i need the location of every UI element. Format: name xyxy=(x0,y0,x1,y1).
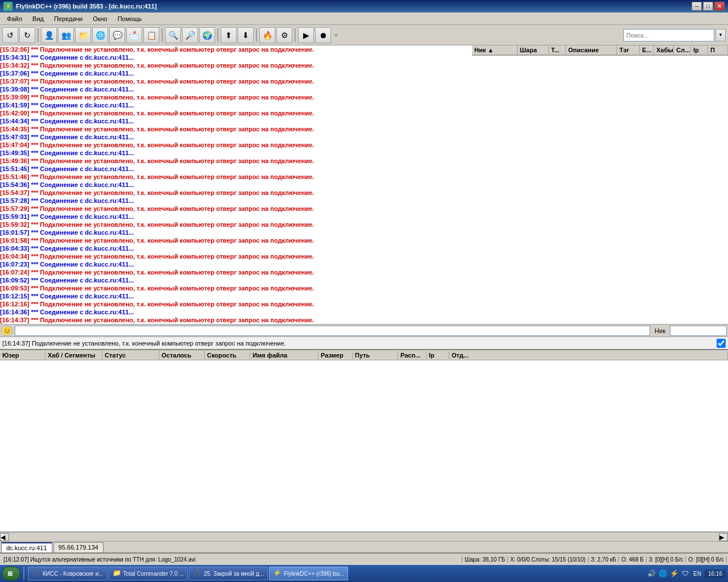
minimize-button[interactable]: ─ xyxy=(692,2,702,11)
toolbar-btn-7[interactable]: 💬 xyxy=(109,27,125,43)
maximize-button[interactable]: □ xyxy=(703,2,713,11)
nik-label: Ник xyxy=(652,327,668,334)
message-input[interactable] xyxy=(15,326,650,336)
tray-icon-1[interactable]: 🔊 xyxy=(647,569,656,578)
tray-icon-3[interactable]: ⚡ xyxy=(669,569,679,578)
transfer-col-size[interactable]: Размер xyxy=(318,351,353,359)
toolbar-btn-8[interactable]: 📩 xyxy=(126,27,142,43)
toolbar-btn-15[interactable]: 🔥 xyxy=(259,27,275,43)
toolbar-btn-6[interactable]: 🌐 xyxy=(92,27,108,43)
nick-input[interactable] xyxy=(670,326,727,336)
log-scroll-area[interactable]: [15:20:57] *** Соединение с dc.kucc.ru:4… xyxy=(0,45,472,324)
h-scroll-left[interactable]: ◀ xyxy=(0,533,9,541)
tray-icon-2[interactable]: 🌐 xyxy=(658,569,667,578)
taskbar-btn-2[interactable]: 🎵 25. Закрой за мной д... xyxy=(189,567,268,580)
taskbar-icon-2: 🎵 xyxy=(193,569,202,578)
menu-bar: Файл Вид Передачи Окно Помощь xyxy=(0,13,728,25)
col-header-nick[interactable]: Ник ▲ xyxy=(472,45,518,55)
toolbar-btn-11[interactable]: 🔎 xyxy=(182,27,198,43)
log-line: [15:51:45] *** Соединение с dc.kucc.ru:4… xyxy=(0,165,472,173)
toolbar-btn-16[interactable]: ⚙ xyxy=(276,27,292,43)
toolbar-sep-3 xyxy=(217,28,218,42)
transfer-col-status[interactable]: Статус xyxy=(102,351,159,359)
log-line: [16:04:33] *** Соединение с dc.kucc.ru:4… xyxy=(0,244,472,252)
log-line: [15:59:32] *** Подключение не установлен… xyxy=(0,221,472,228)
menu-file[interactable]: Файл xyxy=(2,14,27,23)
col-header-ip[interactable]: Ip xyxy=(691,45,708,55)
col-header-tag[interactable]: Тэг xyxy=(617,45,640,55)
status-input-bar: 😊 Ник xyxy=(0,324,728,336)
menu-help[interactable]: Помощь xyxy=(113,14,147,23)
transfer-col-rasp[interactable]: Расп... xyxy=(398,351,427,359)
toolbar-btn-9[interactable]: 📋 xyxy=(143,27,159,43)
taskbar-separator xyxy=(23,567,24,580)
log-line: [16:12:15] *** Соединение с dc.kucc.ru:4… xyxy=(0,292,472,300)
transfer-col-user[interactable]: Юзер xyxy=(0,351,46,359)
transfer-col-otd[interactable]: Отд... xyxy=(449,351,728,359)
col-header-sl[interactable]: Сл... xyxy=(674,45,691,55)
toolbar-more[interactable]: » xyxy=(332,32,340,38)
log-line: [15:42:00] *** Подключение не установлен… xyxy=(0,109,472,117)
toolbar-btn-3[interactable]: 👤 xyxy=(41,27,57,43)
status-bar: [16:12:07] Ищутся альтернативные источни… xyxy=(0,552,728,565)
toolbar-btn-2[interactable]: ↻ xyxy=(19,27,35,43)
transfer-col-filename[interactable]: Имя файла xyxy=(250,351,318,359)
tab-ip[interactable]: 95.66.179.134 xyxy=(53,542,104,552)
toolbar-btn-1[interactable]: ↺ xyxy=(2,27,18,43)
taskbar-btn-3[interactable]: ⚡ FlylinkDC++ (r396) bu... xyxy=(269,567,348,580)
status-queue: 3: [0][Н] 0 Б/с xyxy=(647,556,686,563)
h-scroll-right[interactable]: ▶ xyxy=(719,533,728,541)
transfer-col-speed[interactable]: Скорость xyxy=(205,351,250,359)
tray-icon-4[interactable]: 🛡 xyxy=(681,569,690,578)
log-line: [16:09:53] *** Подключение не установлен… xyxy=(0,284,472,292)
toolbar-btn-10[interactable]: 🔍 xyxy=(165,27,181,43)
log-line: [15:49:36] *** Подключение не установлен… xyxy=(0,157,472,165)
taskbar-btn-0[interactable]: 🎵 КИСС - Ковровские и... xyxy=(28,567,107,580)
chat-checkbox[interactable] xyxy=(717,339,726,348)
title-bar-controls: ─ □ ✕ xyxy=(692,2,725,11)
chat-message-bar: [16:14:37] Подключение не установлено, т… xyxy=(0,336,728,349)
log-line: [16:01:58] *** Подключение не установлен… xyxy=(0,236,472,244)
horizontal-scrollbar[interactable]: ◀ ▶ xyxy=(0,532,728,541)
col-header-p[interactable]: П xyxy=(708,45,728,55)
tray-lang: EN xyxy=(692,571,702,577)
transfer-col-hub[interactable]: Хаб / Сегменты xyxy=(46,351,102,359)
col-header-e[interactable]: Е... xyxy=(640,45,654,55)
log-line: [16:14:37] *** Подключение не установлен… xyxy=(0,316,472,324)
toolbar-btn-5[interactable]: 📁 xyxy=(75,27,91,43)
search-dropdown-button[interactable]: ▼ xyxy=(715,29,726,41)
log-line: [16:01:57] *** Соединение с dc.kucc.ru:4… xyxy=(0,228,472,236)
toolbar-btn-12[interactable]: 🌍 xyxy=(199,27,215,43)
transfer-col-left[interactable]: Осталось xyxy=(159,351,205,359)
log-line: [15:54:37] *** Подключение не установлен… xyxy=(0,189,472,197)
log-line: [16:04:34] *** Подключение не установлен… xyxy=(0,252,472,260)
col-header-share[interactable]: Шара xyxy=(518,45,549,55)
smiley-button[interactable]: 😊 xyxy=(1,326,13,336)
log-line: [16:09:52] *** Соединение с dc.kucc.ru:4… xyxy=(0,276,472,284)
log-line: [15:39:08] *** Соединение с dc.kucc.ru:4… xyxy=(0,85,472,93)
toolbar-btn-13[interactable]: ⬆ xyxy=(221,27,237,43)
main-split: [15:20:57] *** Соединение с dc.kucc.ru:4… xyxy=(0,45,728,324)
menu-view[interactable]: Вид xyxy=(28,14,48,23)
menu-window[interactable]: Окно xyxy=(88,14,112,23)
taskbar-label-1: Total Commander 7.0 ... xyxy=(123,571,184,577)
col-header-hubs[interactable]: Хабы xyxy=(654,45,674,55)
toolbar-btn-17[interactable]: ▶ xyxy=(298,27,314,43)
col-header-desc[interactable]: Описание xyxy=(566,45,617,55)
windows-logo-icon: ⊞ xyxy=(7,570,13,577)
start-button[interactable]: ⊞ xyxy=(2,567,20,580)
close-button[interactable]: ✕ xyxy=(714,2,725,11)
taskbar-label-2: 25. Закрой за мной д... xyxy=(204,571,264,577)
taskbar-btn-1[interactable]: 📁 Total Commander 7.0 ... xyxy=(109,567,188,580)
toolbar-btn-4[interactable]: 👥 xyxy=(58,27,74,43)
search-input[interactable] xyxy=(623,29,714,41)
transfer-col-ip[interactable]: Ip xyxy=(427,351,449,359)
toolbar-btn-14[interactable]: ⬇ xyxy=(238,27,254,43)
transfer-col-path[interactable]: Путь xyxy=(353,351,398,359)
user-list-body[interactable] xyxy=(472,56,728,324)
status-speed-down: З: 2,70 кБ xyxy=(589,556,619,563)
tab-dc-kucc[interactable]: dc.kucc.ru:411 xyxy=(1,542,52,552)
col-header-t[interactable]: Т... xyxy=(549,45,566,55)
menu-transfers[interactable]: Передачи xyxy=(49,14,87,23)
toolbar-btn-18[interactable]: ⏺ xyxy=(315,27,331,43)
